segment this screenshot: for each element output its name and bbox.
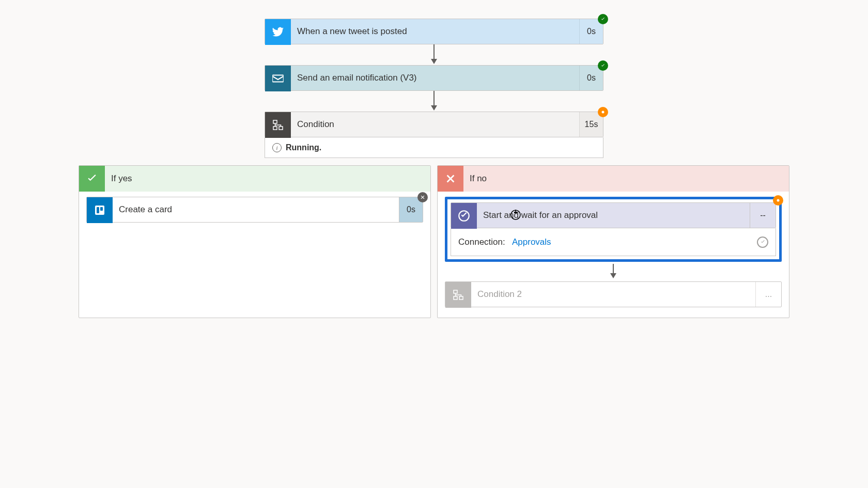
arrow-icon (265, 44, 603, 65)
x-icon (438, 166, 463, 192)
branch-no[interactable]: If no Start and wait for an approval -- … (437, 165, 789, 318)
svg-rect-6 (279, 127, 283, 130)
twitter-icon (265, 19, 291, 45)
svg-point-7 (602, 111, 605, 114)
svg-marker-3 (431, 105, 437, 111)
condition2-label: Condition 2 (471, 282, 755, 307)
condition-status-bar: i Running. (265, 137, 603, 158)
approval-highlight: Start and wait for an approval -- Connec… (445, 197, 782, 262)
branch-no-title: If no (463, 166, 789, 192)
trello-icon (87, 197, 113, 223)
svg-marker-14 (610, 273, 616, 278)
connection-check-icon (757, 237, 768, 248)
trigger-label: When a new tweet is posted (291, 19, 579, 44)
approval-step[interactable]: Start and wait for an approval -- (451, 202, 776, 228)
condition2-duration: ... (755, 282, 781, 307)
create-card-step[interactable]: Create a card 0s (86, 197, 423, 223)
check-icon (79, 166, 105, 192)
connection-link[interactable]: Approvals (512, 237, 551, 247)
branch-yes-title: If yes (105, 166, 430, 192)
status-success-icon (598, 60, 608, 71)
status-success-icon (598, 14, 608, 24)
condition-icon (445, 282, 471, 308)
condition-icon (265, 112, 291, 138)
svg-rect-15 (454, 290, 457, 293)
approval-label: Start and wait for an approval (477, 203, 750, 228)
status-running-icon (598, 107, 608, 117)
close-icon[interactable] (417, 192, 428, 202)
mail-icon (265, 66, 291, 91)
svg-point-12 (777, 199, 780, 202)
svg-rect-8 (95, 206, 104, 215)
svg-rect-16 (454, 296, 457, 300)
svg-rect-5 (273, 127, 277, 130)
branch-yes[interactable]: If yes Create a card 0s (79, 165, 431, 318)
condition-status-text: Running. (286, 143, 321, 152)
trigger-step[interactable]: When a new tweet is posted 0s (265, 19, 603, 44)
approval-duration: -- (750, 203, 776, 228)
create-card-label: Create a card (113, 197, 399, 222)
arrow-icon (265, 91, 603, 112)
condition2-step[interactable]: Condition 2 ... (445, 281, 782, 307)
info-icon: i (272, 143, 282, 152)
notify-label: Send an email notification (V3) (291, 66, 579, 90)
arrow-icon (445, 264, 782, 279)
approval-connection-row: Connection: Approvals (451, 228, 776, 256)
svg-rect-10 (100, 207, 103, 211)
svg-rect-17 (459, 296, 463, 300)
connection-label: Connection: (458, 237, 505, 247)
flow-canvas: When a new tweet is posted 0s Send an em… (0, 0, 868, 318)
svg-rect-4 (273, 120, 277, 123)
condition-step[interactable]: Condition 15s (265, 112, 603, 137)
svg-rect-9 (97, 207, 99, 213)
notify-step[interactable]: Send an email notification (V3) 0s (265, 65, 603, 91)
svg-marker-1 (431, 59, 437, 64)
approvals-icon (451, 203, 477, 229)
status-running-icon (773, 195, 783, 206)
condition-label: Condition (291, 112, 579, 137)
